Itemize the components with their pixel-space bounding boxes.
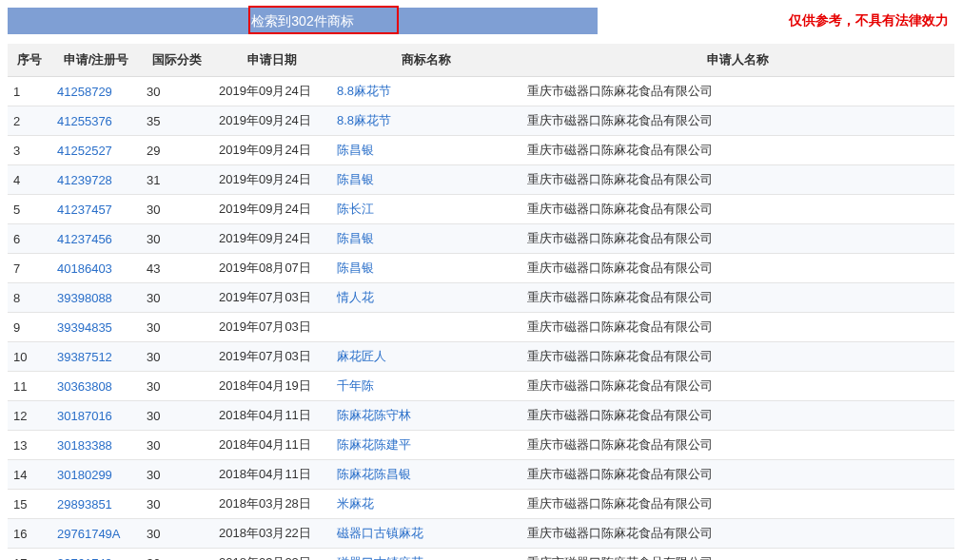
cell-date: 2019年07月03日 xyxy=(213,313,331,342)
cell-tmname[interactable]: 陈麻花陈建平 xyxy=(331,431,521,460)
cell-date: 2019年09月24日 xyxy=(213,136,331,165)
cell-applicant: 重庆市磁器口陈麻花食品有限公司 xyxy=(521,401,954,431)
cell-applicant: 重庆市磁器口陈麻花食品有限公司 xyxy=(521,431,954,460)
cell-intclass: 29 xyxy=(141,136,213,165)
cell-tmname[interactable]: 情人花 xyxy=(331,283,521,313)
cell-applicant: 重庆市磁器口陈麻花食品有限公司 xyxy=(521,106,954,136)
cell-appno[interactable]: 41252527 xyxy=(51,136,141,165)
cell-intclass: 30 xyxy=(141,401,213,431)
cell-intclass: 30 xyxy=(141,313,213,342)
cell-intclass: 30 xyxy=(141,195,213,224)
cell-appno[interactable]: 39398088 xyxy=(51,283,141,313)
table-row: 641237456302019年09月24日陈昌银重庆市磁器口陈麻花食品有限公司 xyxy=(8,224,954,254)
cell-index: 6 xyxy=(8,224,51,254)
cell-appno[interactable]: 30187016 xyxy=(51,401,141,431)
cell-tmname[interactable]: 陈昌银 xyxy=(331,224,521,254)
cell-tmname[interactable]: 麻花匠人 xyxy=(331,342,521,372)
cell-index: 3 xyxy=(8,136,51,165)
table-row: 1629761749A302018年03月22日磁器口古镇麻花重庆市磁器口陈麻花… xyxy=(8,519,954,549)
cell-appno[interactable]: 41255376 xyxy=(51,106,141,136)
cell-tmname[interactable]: 陈麻花陈昌银 xyxy=(331,460,521,490)
col-header-applicant: 申请人名称 xyxy=(521,44,954,77)
cell-date: 2019年09月24日 xyxy=(213,106,331,136)
cell-date: 2018年03月22日 xyxy=(213,519,331,549)
cell-tmname[interactable]: 米麻花 xyxy=(331,490,521,519)
cell-intclass: 43 xyxy=(141,254,213,283)
table-row: 939394835302019年07月03日重庆市磁器口陈麻花食品有限公司 xyxy=(8,313,954,342)
cell-applicant: 重庆市磁器口陈麻花食品有限公司 xyxy=(521,313,954,342)
cell-applicant: 重庆市磁器口陈麻花食品有限公司 xyxy=(521,460,954,490)
cell-appno[interactable]: 41239728 xyxy=(51,165,141,195)
cell-tmname[interactable]: 千年陈 xyxy=(331,372,521,401)
cell-appno[interactable]: 41237456 xyxy=(51,224,141,254)
cell-appno[interactable]: 41237457 xyxy=(51,195,141,224)
cell-date: 2019年08月07日 xyxy=(213,254,331,283)
cell-date: 2018年04月11日 xyxy=(213,401,331,431)
cell-appno[interactable]: 29893851 xyxy=(51,490,141,519)
cell-tmname[interactable]: 8.8麻花节 xyxy=(331,106,521,136)
cell-tmname[interactable]: 8.8麻花节 xyxy=(331,77,521,106)
cell-date: 2019年07月03日 xyxy=(213,283,331,313)
cell-applicant: 重庆市磁器口陈麻花食品有限公司 xyxy=(521,549,954,561)
cell-appno[interactable]: 39387512 xyxy=(51,342,141,372)
cell-intclass: 30 xyxy=(141,490,213,519)
cell-tmname xyxy=(331,313,521,342)
col-header-intclass: 国际分类 xyxy=(141,44,213,77)
cell-intclass: 30 xyxy=(141,342,213,372)
cell-applicant: 重庆市磁器口陈麻花食品有限公司 xyxy=(521,372,954,401)
cell-tmname[interactable]: 陈昌银 xyxy=(331,165,521,195)
cell-index: 4 xyxy=(8,165,51,195)
cell-applicant: 重庆市磁器口陈麻花食品有限公司 xyxy=(521,136,954,165)
cell-index: 7 xyxy=(8,254,51,283)
cell-appno[interactable]: 30363808 xyxy=(51,372,141,401)
cell-date: 2018年04月19日 xyxy=(213,372,331,401)
cell-intclass: 30 xyxy=(141,372,213,401)
cell-appno[interactable]: 40186403 xyxy=(51,254,141,283)
col-header-tmname: 商标名称 xyxy=(331,44,521,77)
cell-intclass: 30 xyxy=(141,519,213,549)
cell-index: 17 xyxy=(8,549,51,561)
cell-index: 5 xyxy=(8,195,51,224)
cell-applicant: 重庆市磁器口陈麻花食品有限公司 xyxy=(521,283,954,313)
table-row: 141258729302019年09月24日8.8麻花节重庆市磁器口陈麻花食品有… xyxy=(8,77,954,106)
cell-applicant: 重庆市磁器口陈麻花食品有限公司 xyxy=(521,224,954,254)
results-table: 序号 申请/注册号 国际分类 申请日期 商标名称 申请人名称 141258729… xyxy=(8,44,954,560)
cell-index: 10 xyxy=(8,342,51,372)
cell-applicant: 重庆市磁器口陈麻花食品有限公司 xyxy=(521,195,954,224)
cell-applicant: 重庆市磁器口陈麻花食品有限公司 xyxy=(521,342,954,372)
cell-date: 2018年04月11日 xyxy=(213,460,331,490)
cell-appno[interactable]: 39394835 xyxy=(51,313,141,342)
cell-tmname[interactable]: 陈麻花陈守林 xyxy=(331,401,521,431)
cell-appno[interactable]: 29761749 xyxy=(51,549,141,561)
table-row: 1230187016302018年04月11日陈麻花陈守林重庆市磁器口陈麻花食品… xyxy=(8,401,954,431)
cell-tmname[interactable]: 磁器口古镇麻花 xyxy=(331,519,521,549)
cell-tmname[interactable]: 陈长江 xyxy=(331,195,521,224)
col-header-index: 序号 xyxy=(8,44,51,77)
cell-tmname[interactable]: 陈昌银 xyxy=(331,136,521,165)
table-row: 341252527292019年09月24日陈昌银重庆市磁器口陈麻花食品有限公司 xyxy=(8,136,954,165)
cell-tmname[interactable]: 陈昌银 xyxy=(331,254,521,283)
cell-index: 13 xyxy=(8,431,51,460)
result-count-bar: 检索到302件商标 xyxy=(8,8,598,34)
cell-index: 11 xyxy=(8,372,51,401)
cell-date: 2019年09月24日 xyxy=(213,224,331,254)
cell-index: 16 xyxy=(8,519,51,549)
cell-index: 14 xyxy=(8,460,51,490)
cell-intclass: 35 xyxy=(141,106,213,136)
cell-intclass: 30 xyxy=(141,224,213,254)
cell-tmname[interactable]: 磁器口古镇麻花 xyxy=(331,549,521,561)
table-row: 1430180299302018年04月11日陈麻花陈昌银重庆市磁器口陈麻花食品… xyxy=(8,460,954,490)
disclaimer-text: 仅供参考，不具有法律效力 xyxy=(789,12,954,29)
cell-appno[interactable]: 29761749A xyxy=(51,519,141,549)
table-row: 740186403432019年08月07日陈昌银重庆市磁器口陈麻花食品有限公司 xyxy=(8,254,954,283)
cell-appno[interactable]: 41258729 xyxy=(51,77,141,106)
table-row: 1039387512302019年07月03日麻花匠人重庆市磁器口陈麻花食品有限… xyxy=(8,342,954,372)
col-header-date: 申请日期 xyxy=(213,44,331,77)
cell-intclass: 31 xyxy=(141,165,213,195)
table-row: 441239728312019年09月24日陈昌银重庆市磁器口陈麻花食品有限公司 xyxy=(8,165,954,195)
cell-applicant: 重庆市磁器口陈麻花食品有限公司 xyxy=(521,77,954,106)
cell-appno[interactable]: 30180299 xyxy=(51,460,141,490)
cell-appno[interactable]: 30183388 xyxy=(51,431,141,460)
table-row: 541237457302019年09月24日陈长江重庆市磁器口陈麻花食品有限公司 xyxy=(8,195,954,224)
table-row: 1330183388302018年04月11日陈麻花陈建平重庆市磁器口陈麻花食品… xyxy=(8,431,954,460)
